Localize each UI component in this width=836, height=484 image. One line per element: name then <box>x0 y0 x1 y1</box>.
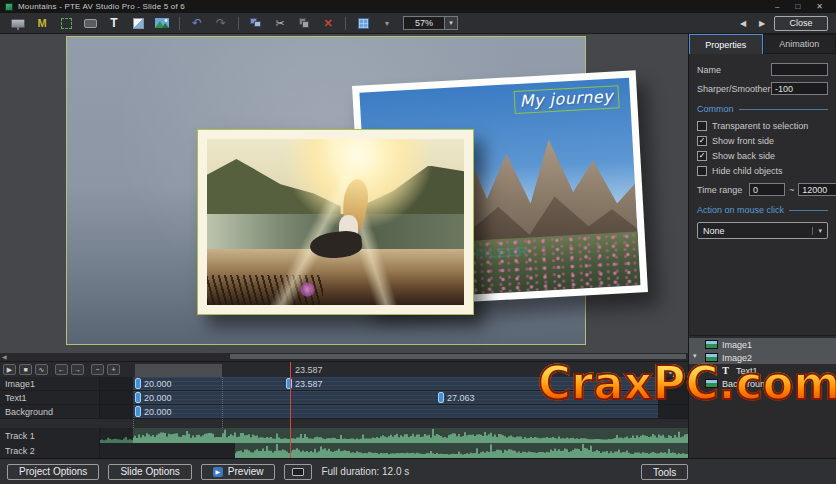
add-text-button[interactable]: T <box>104 15 124 32</box>
keyframe-handle[interactable] <box>135 378 141 389</box>
tools-button[interactable]: Tools <box>641 464 688 480</box>
editor-canvas[interactable]: My journey FILECR <box>0 34 688 353</box>
scroll-left-icon[interactable]: ◀ <box>2 353 7 362</box>
copy-button[interactable] <box>294 15 314 32</box>
screen-icon <box>11 19 25 28</box>
tab-animation[interactable]: Animation <box>763 34 836 54</box>
playhead-time-label: 23.587 <box>295 365 323 375</box>
bottom-bar: Project Options Slide Options ▶ Preview … <box>0 458 836 484</box>
text1-object[interactable]: My journey <box>513 85 620 114</box>
screen-preview-button[interactable] <box>8 15 28 32</box>
grid-line <box>222 405 223 418</box>
keyframe-handle[interactable] <box>135 392 141 403</box>
toolbar-separator <box>345 17 346 30</box>
keyframe-handle[interactable] <box>286 378 292 389</box>
preview-play-icon: ▶ <box>213 467 223 477</box>
sharper-smoother-field[interactable] <box>771 82 828 95</box>
craxpc-watermark: CraxPC.com <box>538 355 836 410</box>
slide-area[interactable]: My journey FILECR <box>66 36 586 345</box>
window-title: Mountains - PTE AV Studio Pro - Slide 5 … <box>18 2 185 11</box>
preview-window-icon <box>292 468 304 476</box>
add-rectangle-button[interactable] <box>128 15 148 32</box>
action-dropdown-value: None <box>703 226 725 236</box>
timeline-separator <box>0 419 688 428</box>
delete-button[interactable]: ✕ <box>318 15 338 32</box>
waveform-button[interactable]: ∿ <box>35 364 48 375</box>
image1-woman-photo[interactable] <box>197 129 474 315</box>
undo-button[interactable]: ↶ <box>187 15 207 32</box>
slide-options-button[interactable]: Slide Options <box>108 464 191 480</box>
show-back-side-label: Show back side <box>712 151 775 161</box>
image-icon <box>155 18 169 28</box>
transparent-to-selection-label: Transparent to selection <box>712 121 808 131</box>
video-icon <box>84 19 97 28</box>
layer-item-image1[interactable]: Image1 <box>689 338 836 351</box>
copy-icon <box>299 18 310 28</box>
zoom-dropdown-icon[interactable]: ▾ <box>445 16 458 30</box>
hide-child-objects-checkbox[interactable] <box>697 166 707 176</box>
toolbar-separator <box>238 17 239 30</box>
main-objects-button[interactable]: M <box>32 15 52 32</box>
slide-range-block[interactable] <box>135 364 222 377</box>
grid-icon <box>358 18 369 29</box>
action-section-header: Action on mouse click <box>697 205 828 215</box>
next-keyframe-button[interactable]: → <box>71 364 84 375</box>
maximize-icon[interactable]: □ <box>795 0 800 13</box>
keyframe-handle[interactable] <box>135 406 141 417</box>
audio-track-2[interactable]: Track 2 <box>0 443 688 458</box>
main-toolbar: M T ↶ ↷ ✂ ✕ ▾ 57% ▾ ◀ ▶ Close <box>0 13 836 34</box>
grid-options-dropdown[interactable]: ▾ <box>377 15 397 32</box>
time-range-from-field[interactable] <box>749 183 785 196</box>
window-close-icon[interactable]: ✕ <box>816 0 823 13</box>
play-button[interactable]: ▶ <box>3 364 16 375</box>
time-range-label: Time range <box>697 185 745 195</box>
audio-clip[interactable] <box>235 443 688 458</box>
title-bar: Mountains - PTE AV Studio Pro - Slide 5 … <box>0 0 836 13</box>
time-range-to-field[interactable] <box>798 183 836 196</box>
common-section-header: Common <box>697 104 828 114</box>
keyframe-handle[interactable] <box>438 392 444 403</box>
audio-clip[interactable] <box>133 428 688 443</box>
app-icon <box>5 3 13 11</box>
prev-keyframe-button[interactable]: ← <box>55 364 68 375</box>
zoom-in-button[interactable]: + <box>107 364 120 375</box>
zoom-combobox: 57% ▾ <box>403 16 458 30</box>
tab-properties[interactable]: Properties <box>689 34 763 54</box>
show-front-side-checkbox[interactable]: ✓ <box>697 136 707 146</box>
project-options-button[interactable]: Project Options <box>7 464 99 480</box>
mini-preview-button[interactable] <box>284 464 312 480</box>
zoom-out-button[interactable]: − <box>91 364 104 375</box>
chevron-down-icon: ▾ <box>812 227 822 235</box>
next-slide-button[interactable]: ▶ <box>755 16 769 30</box>
clone-style-button[interactable] <box>246 15 266 32</box>
editor-close-button[interactable]: Close <box>774 16 828 31</box>
name-field[interactable] <box>771 63 828 76</box>
grid-button[interactable] <box>353 15 373 32</box>
lens-flare <box>300 282 315 297</box>
toolbar-separator <box>179 17 180 30</box>
selection-frame-button[interactable] <box>56 15 76 32</box>
zoom-value[interactable]: 57% <box>403 16 445 30</box>
minimize-icon[interactable]: – <box>775 0 779 13</box>
audio-clip[interactable] <box>100 428 133 443</box>
prev-slide-button[interactable]: ◀ <box>736 16 750 30</box>
rectangle-icon <box>133 18 144 29</box>
action-dropdown[interactable]: None ▾ <box>697 222 828 239</box>
preview-button[interactable]: ▶ Preview <box>201 464 276 480</box>
name-label: Name <box>697 65 767 75</box>
hide-child-objects-label: Hide child objects <box>712 166 783 176</box>
show-back-side-checkbox[interactable]: ✓ <box>697 151 707 161</box>
stop-button[interactable]: ■ <box>19 364 32 375</box>
grid-line <box>133 419 134 428</box>
cut-button[interactable]: ✂ <box>270 15 290 32</box>
woman-photo-content <box>207 139 464 305</box>
image-layer-icon <box>705 340 718 349</box>
grid-line <box>222 419 223 428</box>
grid-line <box>222 377 223 390</box>
transparent-to-selection-checkbox[interactable] <box>697 121 707 131</box>
audio-track-1[interactable]: Track 1 <box>0 428 688 443</box>
add-video-button[interactable] <box>80 15 100 32</box>
add-image-button[interactable] <box>152 15 172 32</box>
playhead[interactable] <box>290 362 291 458</box>
redo-button[interactable]: ↷ <box>211 15 231 32</box>
